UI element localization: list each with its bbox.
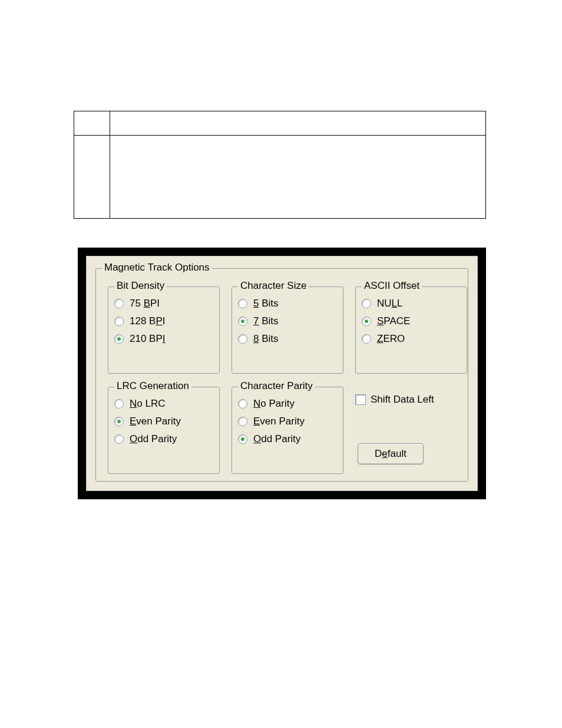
radio-label: 75 BPI bbox=[130, 298, 160, 309]
radio-label: NULL bbox=[377, 298, 403, 309]
radio-label: ZERO bbox=[377, 333, 405, 345]
default-button[interactable]: Default bbox=[358, 443, 424, 465]
radio-icon bbox=[114, 434, 124, 444]
radio-option[interactable]: 8 Bits bbox=[238, 333, 337, 345]
radio-option[interactable]: Odd Parity bbox=[238, 433, 337, 445]
dialog-frame: Magnetic Track Options Bit Density 75 BP… bbox=[78, 248, 486, 499]
character-size-legend: Character Size bbox=[238, 280, 309, 292]
radio-option[interactable]: SPACE bbox=[362, 315, 461, 327]
radio-option[interactable]: 210 BPI bbox=[114, 333, 213, 345]
radio-icon bbox=[114, 299, 124, 308]
character-parity-options: No ParityEven ParityOdd Parity bbox=[232, 387, 343, 445]
radio-icon bbox=[362, 299, 371, 308]
radio-option[interactable]: Even Parity bbox=[238, 416, 337, 427]
ascii-offset-legend: ASCII Offset bbox=[362, 280, 422, 292]
radio-option[interactable]: No LRC bbox=[114, 398, 213, 410]
radio-icon bbox=[238, 334, 247, 344]
radio-label: SPACE bbox=[377, 315, 410, 327]
radio-option[interactable]: 75 BPI bbox=[114, 298, 213, 309]
radio-option[interactable]: Even Parity bbox=[114, 416, 213, 427]
radio-label: Even Parity bbox=[130, 416, 181, 427]
radio-icon bbox=[114, 317, 124, 326]
character-size-group: Character Size 5 Bits7 Bits8 Bits bbox=[232, 286, 343, 374]
radio-label: 210 BPI bbox=[130, 333, 166, 345]
shift-data-left-label: Shift Data Left bbox=[371, 394, 434, 406]
radio-icon bbox=[362, 317, 371, 326]
magnetic-track-options-group: Magnetic Track Options Bit Density 75 BP… bbox=[95, 268, 468, 482]
radio-label: No LRC bbox=[130, 398, 165, 410]
radio-option[interactable]: 7 Bits bbox=[238, 315, 337, 327]
character-parity-group: Character Parity No ParityEven ParityOdd… bbox=[232, 387, 343, 474]
lrc-generation-group: LRC Generation No LRCEven ParityOdd Pari… bbox=[108, 387, 220, 474]
default-button-pre: D bbox=[375, 448, 382, 459]
radio-option[interactable]: 5 Bits bbox=[238, 298, 337, 309]
bit-density-options: 75 BPI128 BPI210 BPI bbox=[108, 287, 219, 345]
lrc-generation-options: No LRCEven ParityOdd Parity bbox=[108, 387, 219, 445]
radio-icon bbox=[114, 334, 124, 344]
radio-option[interactable]: No Parity bbox=[238, 398, 337, 410]
ascii-offset-options: NULLSPACEZERO bbox=[356, 287, 467, 345]
radio-label: No Parity bbox=[253, 398, 295, 410]
default-button-ul: e bbox=[382, 448, 387, 459]
bit-density-group: Bit Density 75 BPI128 BPI210 BPI bbox=[108, 286, 220, 374]
bit-density-legend: Bit Density bbox=[114, 280, 167, 292]
empty-table bbox=[74, 111, 486, 219]
radio-label: Odd Parity bbox=[253, 433, 300, 445]
character-parity-legend: Character Parity bbox=[238, 380, 315, 392]
magnetic-track-options-legend: Magnetic Track Options bbox=[102, 262, 212, 274]
character-size-options: 5 Bits7 Bits8 Bits bbox=[232, 287, 343, 345]
radio-label: Even Parity bbox=[253, 416, 305, 427]
radio-icon bbox=[238, 399, 247, 409]
radio-label: 8 Bits bbox=[253, 333, 279, 345]
dialog-body: Magnetic Track Options Bit Density 75 BP… bbox=[86, 256, 478, 491]
radio-option[interactable]: Odd Parity bbox=[114, 433, 213, 445]
radio-option[interactable]: ZERO bbox=[362, 333, 461, 345]
radio-option[interactable]: NULL bbox=[362, 298, 461, 309]
default-button-post: fault bbox=[388, 448, 406, 459]
radio-icon bbox=[362, 334, 371, 344]
ascii-offset-group: ASCII Offset NULLSPACEZERO bbox=[355, 286, 467, 374]
radio-icon bbox=[114, 399, 124, 409]
radio-label: 128 BPI bbox=[130, 315, 166, 327]
checkbox-icon bbox=[355, 394, 366, 405]
radio-icon bbox=[238, 299, 247, 308]
lrc-generation-legend: LRC Generation bbox=[114, 380, 191, 392]
radio-icon bbox=[238, 317, 247, 326]
radio-icon bbox=[114, 417, 124, 426]
radio-label: 7 Bits bbox=[253, 315, 279, 327]
radio-option[interactable]: 128 BPI bbox=[114, 315, 213, 327]
shift-data-left-checkbox[interactable]: Shift Data Left bbox=[355, 394, 434, 406]
radio-icon bbox=[238, 417, 247, 426]
radio-label: 5 Bits bbox=[253, 298, 279, 309]
radio-icon bbox=[238, 434, 247, 444]
radio-label: Odd Parity bbox=[130, 433, 177, 445]
